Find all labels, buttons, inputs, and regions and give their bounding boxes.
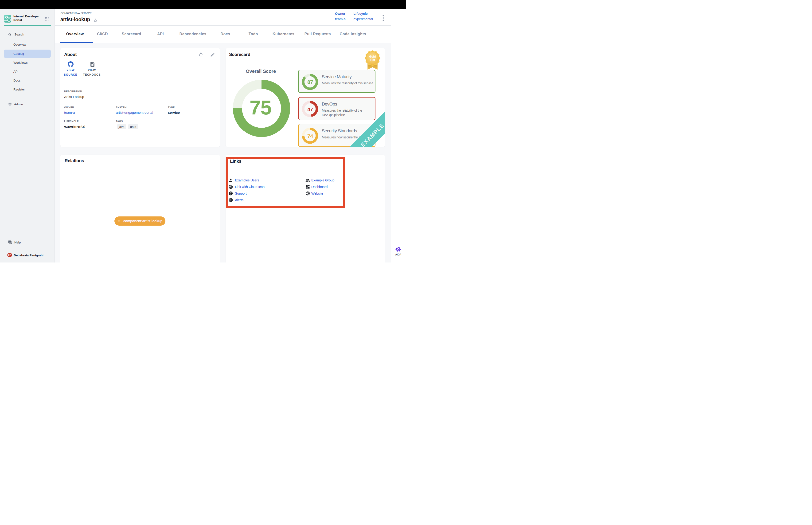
svg-text:Tier: Tier — [370, 58, 375, 61]
svg-text:Gold: Gold — [369, 55, 376, 58]
svg-text:?: ? — [9, 240, 10, 243]
svg-text:75: 75 — [249, 96, 271, 119]
